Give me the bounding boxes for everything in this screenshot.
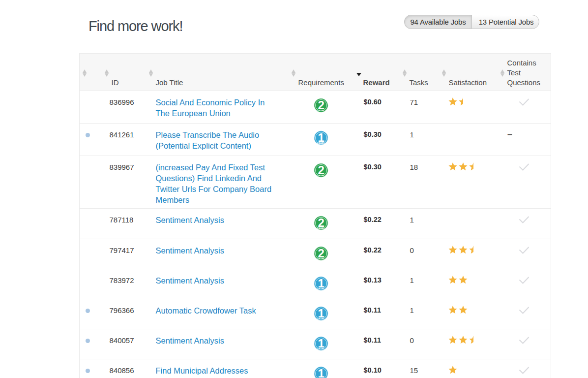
svg-text:LEVEL: LEVEL: [317, 347, 325, 350]
svg-text:LEVEL: LEVEL: [317, 317, 325, 320]
svg-text:LEVEL: LEVEL: [317, 257, 325, 260]
svg-text:LEVEL: LEVEL: [317, 142, 325, 144]
svg-text:1: 1: [318, 367, 324, 378]
svg-text:LEVEL: LEVEL: [317, 287, 325, 290]
svg-text:LEVEL: LEVEL: [317, 227, 325, 229]
svg-text:LEVEL: LEVEL: [317, 109, 325, 112]
svg-text:LEVEL: LEVEL: [317, 174, 325, 177]
